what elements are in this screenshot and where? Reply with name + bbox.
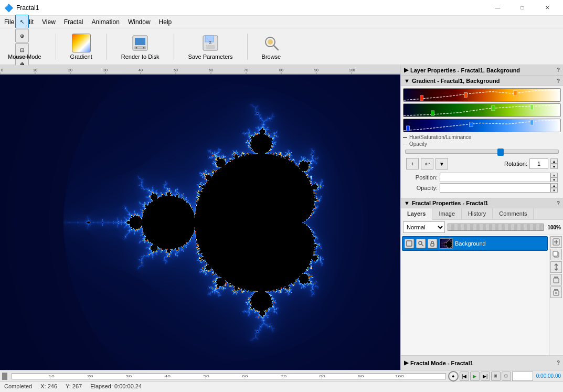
layer-lock-icon[interactable] <box>428 239 437 248</box>
svg-line-47 <box>422 245 424 247</box>
save-parameters-label: Save Parameters <box>188 54 233 60</box>
opacity-bar[interactable] <box>448 224 544 231</box>
duplicate-layer-button[interactable] <box>550 249 562 260</box>
svg-text:60: 60 <box>209 68 213 72</box>
fractal-mode-help[interactable]: ? <box>557 360 560 366</box>
svg-rect-1 <box>135 38 145 45</box>
gradient-dropdown-button[interactable]: ▼ <box>435 158 448 169</box>
opacity-field-input[interactable] <box>440 183 550 193</box>
svg-text:70: 70 <box>281 374 287 378</box>
layer-name: Background <box>455 240 545 247</box>
menu-fractal[interactable]: Fractal <box>60 16 88 28</box>
layer-item[interactable]: Background <box>402 236 548 251</box>
rotation-increment[interactable]: ▲ <box>550 158 558 164</box>
svg-rect-42 <box>406 126 409 131</box>
mouse-mode-button[interactable]: ↖ ⊕ ⊡ ✥ Mouse Mode <box>4 32 45 61</box>
browse-button[interactable]: Browse <box>258 32 285 61</box>
layer-properties-section: ▶ Layer Properties - Fractal1, Backgroun… <box>401 65 563 76</box>
skip-forward-button[interactable]: ▶| <box>481 372 490 381</box>
gradient-add-button[interactable]: + <box>406 158 419 169</box>
close-button[interactable]: ✕ <box>535 0 559 16</box>
mouse-zoom-icon[interactable]: ⊕ <box>15 29 29 43</box>
gradient-blue-channel[interactable] <box>403 119 561 132</box>
app-icon: 🔷 <box>4 4 13 12</box>
hsl-label: Hue/Saturation/Luminance <box>409 134 471 140</box>
svg-rect-41 <box>530 105 533 110</box>
play-button[interactable]: ▶ <box>470 372 480 381</box>
mouse-arrow-icon[interactable]: ↖ <box>15 15 29 28</box>
svg-text:90: 90 <box>314 68 318 72</box>
fractal-canvas-area[interactable]: 0 10 20 30 40 50 60 70 80 <box>0 65 400 370</box>
opacity-row[interactable]: Opacity <box>403 141 561 147</box>
layer-visibility-icon[interactable] <box>405 239 414 248</box>
opacity-slider-thumb[interactable] <box>497 149 504 156</box>
rotation-decrement[interactable]: ▼ <box>550 164 558 169</box>
fractal-properties-header[interactable]: ▼ Fractal Properties - Fractal1 ? <box>401 198 563 208</box>
position-increment[interactable]: ▲ <box>550 173 558 177</box>
tab-image[interactable]: Image <box>432 208 462 219</box>
menu-view[interactable]: View <box>38 16 60 28</box>
gradient-remove-button[interactable]: ↩ <box>421 158 433 169</box>
layers-side-buttons <box>549 235 563 355</box>
status-bar: 10 20 30 40 50 60 70 80 90 100 ● |◀ ▶ ▶|… <box>0 370 563 392</box>
minimize-button[interactable]: — <box>486 0 509 16</box>
rotation-input[interactable] <box>529 158 548 169</box>
timeline-bar: 10 20 30 40 50 60 70 80 90 100 ● |◀ ▶ ▶|… <box>0 370 563 382</box>
rotation-group: Rotation: ▲ ▼ <box>504 158 558 169</box>
timeline-handle[interactable] <box>2 373 7 380</box>
svg-text:0: 0 <box>1 68 3 72</box>
svg-text:60: 60 <box>242 374 248 378</box>
menu-window[interactable]: Window <box>124 16 155 28</box>
layer-properties-header[interactable]: ▶ Layer Properties - Fractal1, Backgroun… <box>401 65 563 76</box>
gradient-icon <box>72 34 91 52</box>
maximize-button[interactable]: □ <box>511 0 534 16</box>
tab-layers[interactable]: Layers <box>401 208 432 220</box>
svg-text:80: 80 <box>279 68 283 72</box>
gradient-button[interactable]: Gradient <box>67 32 96 61</box>
save-parameters-button[interactable]: Σ Save Parameters <box>185 32 237 61</box>
menu-bar: File Edit View Fractal Animation Window … <box>0 16 563 28</box>
fractal-mode-bar[interactable]: ▶ Fractal Mode - Fractal1 ? <box>401 355 563 370</box>
position-input[interactable] <box>440 173 550 182</box>
hsl-row[interactable]: Hue/Saturation/Luminance <box>403 134 561 141</box>
window-controls: — □ ✕ <box>486 0 559 16</box>
timeline-track[interactable]: 10 20 30 40 50 60 70 80 90 100 <box>12 373 446 379</box>
menu-animation[interactable]: Animation <box>88 16 124 28</box>
position-decrement[interactable]: ▼ <box>550 177 558 182</box>
mouse-mode-icon: ↖ ⊕ ⊡ ✥ <box>15 34 34 52</box>
gradient-header[interactable]: ▼ Gradient - Fractal1, Background ? <box>401 76 563 86</box>
gradient-red-channel[interactable] <box>403 88 561 102</box>
fractal-properties-title: Fractal Properties - Fractal1 <box>412 200 488 206</box>
gradient-controls: + ↩ ▼ Rotation: ▲ ▼ <box>403 156 561 172</box>
gradient-arrow: ▼ <box>404 78 410 84</box>
opacity-slider-track[interactable] <box>405 150 559 154</box>
rotation-spinbuttons: ▲ ▼ <box>550 158 558 169</box>
fractal-properties-help[interactable]: ? <box>557 200 560 206</box>
fractal-canvas[interactable] <box>0 75 400 370</box>
add-layer-button[interactable] <box>550 236 562 248</box>
settings-button[interactable]: ⊟ <box>502 372 511 381</box>
svg-text:40: 40 <box>139 68 143 72</box>
play-circle-button[interactable]: ● <box>448 371 459 382</box>
render-button[interactable]: Render to Disk <box>118 32 163 61</box>
skip-back-button[interactable]: |◀ <box>460 372 469 381</box>
opacity-increment[interactable]: ▲ <box>550 183 558 188</box>
svg-point-3 <box>136 47 137 48</box>
tab-history[interactable]: History <box>462 208 493 219</box>
blend-mode-select[interactable]: Normal Screen Multiply Overlay <box>403 221 445 233</box>
menu-help[interactable]: Help <box>155 16 176 28</box>
opacity-decrement[interactable]: ▼ <box>550 188 558 193</box>
svg-rect-48 <box>431 243 434 246</box>
gradient-green-channel[interactable] <box>403 103 561 117</box>
merge-layer-button[interactable] <box>550 261 562 273</box>
gradient-help[interactable]: ? <box>557 78 560 84</box>
layer-settings-button[interactable] <box>550 287 562 298</box>
delete-layer-button[interactable] <box>550 274 562 285</box>
frame-input[interactable]: 1 <box>512 372 533 381</box>
browse-icon <box>262 34 281 52</box>
layer-properties-help[interactable]: ? <box>557 67 560 73</box>
tab-comments[interactable]: Comments <box>493 208 534 219</box>
layer-zoom-icon[interactable] <box>416 239 426 248</box>
svg-text:80: 80 <box>319 374 325 378</box>
record-button[interactable]: ⊞ <box>491 372 501 381</box>
